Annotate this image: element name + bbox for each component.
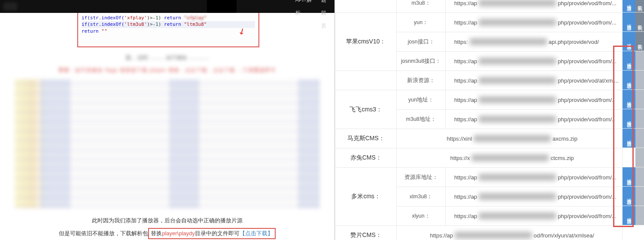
label-cell: josn接口： [397, 32, 445, 52]
copy-button[interactable] [635, 90, 644, 109]
url-cell: https://apphp/provide/vod/from/... [445, 52, 622, 71]
player-button[interactable]: 播放器 [623, 32, 635, 51]
url-cell: https://apphp/provide/vod/at/xml... [445, 71, 622, 90]
group-cell: 马克斯CMS： [335, 129, 397, 148]
player-button[interactable]: 播放器 [623, 129, 635, 148]
api-table: m3u8：https://apphp/provide/vod/from/...苹… [335, 0, 623, 240]
nav-item-jsonapi[interactable]: Json API+解析 [291, 0, 316, 32]
url-cell: https://apphp/provide/vod/from/. [445, 90, 622, 110]
group-cell: 飞飞cms3： [335, 90, 397, 129]
left-panel: HomeSeaCmsMacCmsMacCms10FeiFei3.4FeiFei5… [0, 0, 335, 240]
label-cell: m3u8地址： [397, 110, 445, 129]
url-cell: https://apod/from/xlyun/at/xmlsea/ [397, 226, 623, 240]
player-button[interactable]: 播放器 [623, 12, 635, 31]
player-button[interactable]: 播放器 [623, 187, 635, 206]
group-cell: 多米cms： [335, 168, 397, 226]
nav-item-home[interactable]: Home [27, 0, 51, 32]
label-cell: yun： [397, 13, 445, 32]
group-cell: 苹果cmsV10： [335, 13, 397, 71]
url-cell: https://xctcms.zip [397, 148, 623, 168]
caption-blur-1: 图… 说明 ……… 由于播放 ………… [0, 54, 334, 62]
bottom-line-2: 但是可能依旧不能播放，下载解析包替换player\playdy目录中的文件即可【… [0, 228, 334, 239]
download-link-text[interactable]: 点击下载 [245, 230, 267, 237]
label-cell: yun地址： [397, 90, 445, 110]
brand-logo [3, 3, 17, 10]
label-cell: 新浪资源： [397, 71, 445, 90]
copy-button[interactable] [635, 187, 644, 206]
player-button[interactable]: 播放器 [623, 206, 635, 225]
player-button[interactable]: 播放器 [623, 51, 635, 70]
empty-button-slot [635, 148, 644, 167]
url-cell: https://apphp/provide/vod/from/. [445, 110, 622, 129]
right-button-column: 播放器复制播放器复制播放器复制播放器 播放器 播放器 播放器 播放器 播放器 播… [623, 0, 644, 240]
copy-button[interactable] [635, 206, 644, 225]
bottom-area: 此时因为我们添加了播放器，后台会自动选中正确的播放片源 但是可能依旧不能播放，下… [0, 217, 334, 239]
empty-button-slot [623, 225, 644, 240]
nav-item-seacms[interactable]: SeaCms [51, 0, 80, 32]
copy-button[interactable] [635, 129, 644, 148]
copy-button[interactable]: 复制 [635, 12, 644, 31]
nav-item-ctcms[interactable]: CtCms [265, 0, 291, 32]
url-cell: https://apphp/provide/vod/from/... [445, 168, 622, 187]
download-link[interactable]: 【 [240, 230, 245, 237]
right-panel: m3u8：https://apphp/provide/vod/from/...苹… [335, 0, 644, 240]
copy-button[interactable] [635, 109, 644, 128]
url-cell: https://apphp/provide/vod/from/... [445, 206, 622, 226]
label-cell: xlyun： [397, 206, 445, 226]
label-cell: m3u8： [397, 0, 445, 13]
code-snippet: if(str.indexOf('xfplay')>-1) return "xfp… [77, 13, 259, 47]
nav-item-[interactable]: 问题留言 [316, 0, 331, 32]
player-button[interactable]: 播放器 [623, 167, 635, 186]
copy-button[interactable] [635, 167, 644, 186]
url-cell: https://apphp/provide/vod/from/... [445, 187, 622, 206]
code-token: if(str.indexOf( [82, 15, 124, 21]
url-cell: https://apphp/provide/vod/from/... [445, 0, 622, 13]
player-button[interactable]: 播放器 [623, 0, 635, 12]
label-cell: xlm3u8： [397, 187, 445, 206]
label-cell: 资源库地址： [397, 168, 445, 187]
navbar: HomeSeaCmsMacCmsMacCms10FeiFei3.4FeiFei5… [0, 0, 334, 13]
label-cell: josnm3u8接口： [397, 52, 445, 71]
group-cell [335, 71, 397, 90]
copy-button[interactable]: 复制 [635, 0, 644, 12]
copy-button[interactable] [635, 71, 644, 89]
copy-button[interactable]: 复制 [635, 32, 644, 51]
red-highlight-box: 替换player\playdy目录中的文件即可【点击下载】 [148, 228, 276, 239]
url-cell: https://apphp/provide/vod/from/... [445, 13, 622, 32]
url-cell: https://xinlaxcms.zip [397, 129, 623, 148]
copy-button[interactable] [635, 51, 644, 70]
group-cell: 赤兔CMS： [335, 148, 397, 168]
player-button[interactable]: 播放器 [623, 71, 635, 89]
group-cell: 赞片CMS： [335, 226, 397, 240]
bottom-line-1: 此时因为我们添加了播放器，后台会自动选中正确的播放片源 [0, 217, 334, 225]
blurred-screenshot [15, 79, 320, 208]
url-cell: https:api.php/provide/vod/ [445, 32, 622, 52]
player-button[interactable]: 播放器 [623, 90, 635, 109]
caption-blur-red: 重要：如不想修改 flags 请直接下载 player 替换：点击下载 · 点击… [0, 67, 334, 74]
group-cell [335, 0, 397, 13]
player-button[interactable]: 播放器 [623, 109, 635, 128]
